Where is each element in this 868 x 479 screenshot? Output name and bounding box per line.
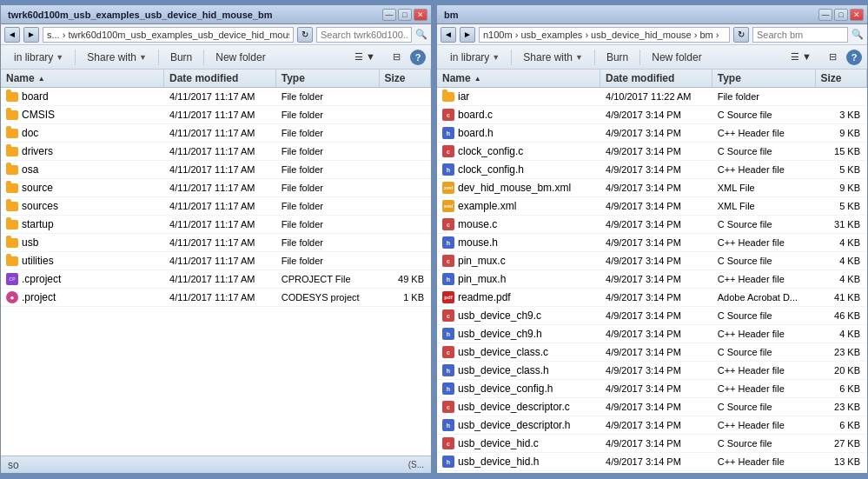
table-row[interactable]: osa 4/11/2017 11:17 AM File folder [1,161,431,179]
table-row[interactable]: h usb_device_ch9.h 4/9/2017 3:14 PM C++ … [437,325,867,343]
table-row[interactable]: doc 4/11/2017 11:17 AM File folder [1,124,431,143]
table-row[interactable]: c usb_device_ch9.c 4/9/2017 3:14 PM C So… [437,307,867,325]
right-explorer-window: bm — □ ✕ ◄ ► ↻ 🔍 in library ▼ Share with… [436,4,868,474]
table-row[interactable]: ● .project 4/11/2017 11:17 AM CODESYS pr… [1,289,431,307]
right-search-input[interactable] [752,27,848,43]
file-name-cell: utilities [1,253,164,269]
file-name: utilities [22,255,54,267]
left-help-btn[interactable]: ? [410,50,426,65]
table-row[interactable]: startup 4/11/2017 11:17 AM File folder [1,216,431,234]
table-row[interactable]: c usb_device_class.c 4/9/2017 3:14 PM C … [437,343,867,362]
table-row[interactable]: utilities 4/11/2017 11:17 AM File folder [1,252,431,270]
file-date-cell: 4/11/2017 11:17 AM [164,290,276,304]
file-date-cell: 4/11/2017 11:17 AM [164,236,276,249]
left-share-btn[interactable]: Share with ▼ [79,48,155,67]
left-address-input[interactable] [43,27,294,43]
left-library-btn[interactable]: in library ▼ [6,48,71,67]
table-row[interactable]: h mouse.h 4/9/2017 3:14 PM C++ Header fi… [437,234,867,252]
right-view-btn[interactable]: ☰ ▼ [783,48,819,67]
left-col-date[interactable]: Date modified [164,70,276,87]
left-search-input[interactable] [316,27,412,43]
right-minimize-btn[interactable]: — [818,9,832,21]
table-row[interactable]: c clock_config.c 4/9/2017 3:14 PM C Sour… [437,143,867,161]
left-minimize-btn[interactable]: — [382,9,396,21]
table-row[interactable]: xml example.xml 4/9/2017 3:14 PM XML Fil… [437,197,867,216]
left-search-icon[interactable]: 🔍 [415,29,427,40]
file-name-cell: startup [1,216,164,232]
file-size-cell: 13 KB [816,455,867,469]
right-refresh-btn[interactable]: ↻ [733,27,749,43]
file-date-cell: 4/11/2017 11:17 AM [164,144,276,158]
table-row[interactable]: usb 4/11/2017 11:17 AM File folder [1,234,431,252]
file-name: clock_config.c [458,145,523,157]
left-back-btn[interactable]: ◄ [4,27,20,43]
table-row[interactable]: xml dev_hid_mouse_bm.xml 4/9/2017 3:14 P… [437,179,867,197]
left-refresh-btn[interactable]: ↻ [297,27,313,43]
file-name: iar [458,90,469,103]
file-date-cell: 4/9/2017 3:14 PM [600,181,712,195]
right-address-input[interactable] [479,27,730,43]
table-row[interactable]: board 4/11/2017 11:17 AM File folder [1,88,431,106]
table-row[interactable]: c usb_device_hid.c 4/9/2017 3:14 PM C So… [437,435,867,453]
table-row[interactable]: h board.h 4/9/2017 3:14 PM C++ Header fi… [437,124,867,143]
file-name: mouse.h [458,236,498,249]
left-preview-btn[interactable]: ⊟ [385,48,408,67]
right-forward-btn[interactable]: ► [460,27,475,43]
file-name-cell: CP .cproject [1,271,164,287]
left-new-folder-btn[interactable]: New folder [208,48,273,67]
left-burn-btn[interactable]: Burn [162,48,200,67]
left-title-bar: twrk60d100m_usb_examples_usb_device_hid_… [1,5,431,24]
right-col-date[interactable]: Date modified [600,70,712,87]
left-col-size[interactable]: Size [380,70,431,87]
right-col-type[interactable]: Type [712,70,816,87]
right-burn-btn[interactable]: Burn [599,48,636,67]
table-row[interactable]: c board.c 4/9/2017 3:14 PM C Source file… [437,106,867,124]
table-row[interactable]: CMSIS 4/11/2017 11:17 AM File folder [1,106,431,124]
table-row[interactable]: h usb_device_hid.h 4/9/2017 3:14 PM C++ … [437,453,867,471]
table-row[interactable]: h usb_device_config.h 4/9/2017 3:14 PM C… [437,380,867,398]
right-new-folder-btn[interactable]: New folder [644,48,709,67]
table-row[interactable]: source 4/11/2017 11:17 AM File folder [1,179,431,197]
table-row[interactable]: pdf readme.pdf 4/9/2017 3:14 PM Adobe Ac… [437,289,867,307]
table-row[interactable]: CP .cproject 4/11/2017 11:17 AM CPROJECT… [1,270,431,289]
xml-icon: xml [442,200,454,212]
right-help-btn[interactable]: ? [846,50,862,65]
right-col-name[interactable]: Name ▲ [437,70,600,87]
left-share-chevron: ▼ [139,53,147,62]
right-file-list[interactable]: iar 4/10/2017 11:22 AM File folder c boa… [437,88,867,473]
table-row[interactable]: h usb_device_descriptor.h 4/9/2017 3:14 … [437,416,867,435]
left-maximize-btn[interactable]: □ [398,9,412,21]
right-search-icon[interactable]: 🔍 [851,29,864,40]
file-size-cell: 6 KB [816,418,867,432]
table-row[interactable]: h clock_config.h 4/9/2017 3:14 PM C++ He… [437,161,867,179]
table-row[interactable]: c pin_mux.c 4/9/2017 3:14 PM C Source fi… [437,252,867,270]
left-view-btn[interactable]: ☰ ▼ [347,48,383,67]
right-close-btn[interactable]: ✕ [850,9,864,21]
file-type-cell: C++ Header file [712,236,816,249]
table-row[interactable]: sources 4/11/2017 11:17 AM File folder [1,197,431,216]
table-row[interactable]: c mouse.c 4/9/2017 3:14 PM C Source file… [437,216,867,234]
left-close-btn[interactable]: ✕ [414,9,427,21]
table-row[interactable]: h usb_device_class.h 4/9/2017 3:14 PM C+… [437,362,867,380]
right-back-btn[interactable]: ◄ [441,27,456,43]
file-date-cell: 4/9/2017 3:14 PM [600,236,712,249]
table-row[interactable]: h pin_mux.h 4/9/2017 3:14 PM C++ Header … [437,270,867,289]
h-header-icon: h [442,328,454,340]
file-name-cell: CMSIS [1,107,164,123]
right-maximize-btn[interactable]: □ [834,9,848,21]
right-share-btn[interactable]: Share with ▼ [515,48,591,67]
left-file-list[interactable]: board 4/11/2017 11:17 AM File folder CMS… [1,88,431,456]
file-size-cell: 23 KB [816,400,867,414]
right-library-btn[interactable]: in library ▼ [442,48,507,67]
file-size-cell: 46 KB [816,309,867,323]
left-col-name[interactable]: Name ▲ [1,70,164,87]
left-forward-btn[interactable]: ► [23,27,39,43]
table-row[interactable]: drivers 4/11/2017 11:17 AM File folder [1,143,431,161]
right-col-size[interactable]: Size [816,70,867,87]
table-row[interactable]: iar 4/10/2017 11:22 AM File folder [437,88,867,106]
file-size-cell [380,113,431,116]
left-window-title: twrk60d100m_usb_examples_usb_device_hid_… [4,10,382,20]
left-col-type[interactable]: Type [276,70,380,87]
table-row[interactable]: c usb_device_descriptor.c 4/9/2017 3:14 … [437,398,867,416]
right-preview-btn[interactable]: ⊟ [821,48,845,67]
